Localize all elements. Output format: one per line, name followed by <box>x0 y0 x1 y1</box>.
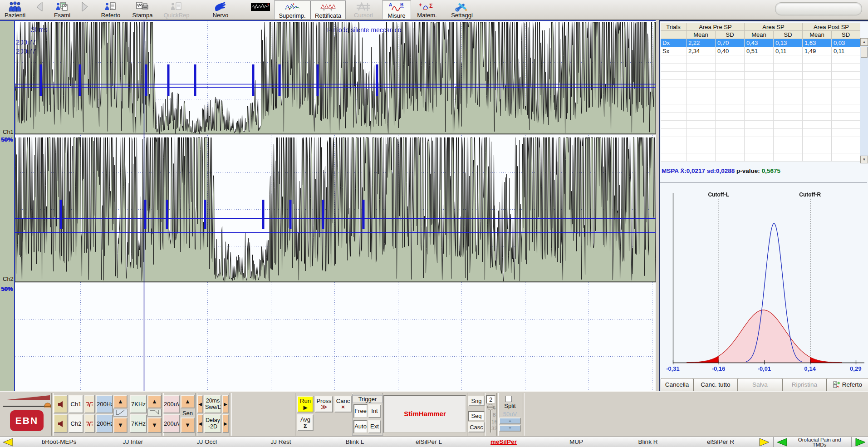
scroll-up-button[interactable]: ▲ <box>860 38 868 46</box>
count-option-8[interactable]: 8 <box>493 412 495 418</box>
toolbar-button-nervo[interactable]: Nervo <box>204 0 237 19</box>
toolbar-button-settaggi[interactable]: Settaggi <box>445 0 479 19</box>
table-cell <box>661 104 687 113</box>
table-cell: SD <box>832 31 860 39</box>
table-row-empty <box>661 88 860 96</box>
tab-mesilper[interactable]: meSilPer <box>490 438 517 445</box>
protocol-next-icon[interactable] <box>855 438 867 447</box>
run-button[interactable]: Run ▶ <box>297 396 314 413</box>
mode-sng-button[interactable]: Sng <box>468 396 485 406</box>
delay-left-button[interactable]: ◀ <box>197 414 203 433</box>
toolbar-button-superimp[interactable]: Superimp. <box>274 0 310 19</box>
lowcut-down-button[interactable]: ▼ <box>113 418 128 433</box>
toolbar-button-next[interactable] <box>76 0 93 19</box>
protocol-prev-icon[interactable] <box>776 438 788 447</box>
table-cell <box>716 88 745 96</box>
table-cell <box>745 137 774 145</box>
audio-ch2-button[interactable] <box>54 414 68 433</box>
table-cell <box>745 96 774 104</box>
trigger-free-button[interactable]: Free <box>353 404 368 418</box>
trigger-ext-button[interactable]: Ext <box>368 420 381 433</box>
volume-indicator[interactable] <box>3 394 54 408</box>
scroll-thumb[interactable] <box>861 47 868 58</box>
table-cell <box>745 64 774 72</box>
scroll-down-button[interactable]: ▼ <box>860 156 868 163</box>
toolbar-patient-field[interactable] <box>775 2 862 15</box>
tab-jj-inter[interactable]: JJ Inter <box>123 438 143 445</box>
sensitivity-ch1-value[interactable]: 200uV <box>163 395 180 413</box>
tab-broot-meps[interactable]: bRoot-MEPs <box>42 438 77 445</box>
notch-filter-ch2-button[interactable] <box>84 414 95 433</box>
toolbar-button-esami[interactable]: Esami <box>49 0 75 19</box>
highcut-down-button[interactable]: ▼ <box>147 418 162 433</box>
toolbar-button-pazienti[interactable]: Pazienti <box>2 0 28 19</box>
canc-tutto-button[interactable]: Canc. tutto <box>693 378 738 393</box>
cancel-sweep-button[interactable]: Canc × <box>334 396 352 413</box>
trigger-int-button[interactable]: Int <box>368 404 381 418</box>
table-cell <box>716 72 745 80</box>
scale-label-ch1: 200uV <box>16 38 35 46</box>
count-option-32[interactable]: 32 <box>491 426 497 431</box>
sensitivity-label: Sen <box>181 410 195 417</box>
average-button[interactable]: Avg Σ <box>297 414 314 431</box>
table-cell: Trials <box>661 23 687 31</box>
split-scale-down-button[interactable]: ▼ <box>499 425 521 432</box>
ch1-select-button[interactable]: Ch1 <box>69 395 83 413</box>
sweep-left-button[interactable]: ◀ <box>197 395 203 413</box>
sweep-right-button[interactable]: ▶ <box>222 395 229 413</box>
trigger-auto-button[interactable]: Auto <box>353 420 368 433</box>
tab-blink-l[interactable]: Blink L <box>346 438 364 445</box>
tab-elsilper-l[interactable]: elSilPer L <box>416 438 442 445</box>
table-scrollbar[interactable]: ▲ ▼ <box>860 38 868 163</box>
delay-box[interactable]: Delay -2D <box>204 414 221 433</box>
tabs-scroll-left-icon[interactable] <box>2 438 14 447</box>
tab-jj-occl[interactable]: JJ Occl <box>197 438 217 445</box>
mode-seq-button[interactable]: Seq <box>468 411 485 421</box>
delay-right-button[interactable]: ▶ <box>222 414 229 433</box>
highcut-up-button[interactable]: ▲ <box>147 395 162 408</box>
settaggi-icon <box>445 1 479 12</box>
lowcut-ch1-value[interactable]: 200Hz <box>96 395 113 413</box>
mode-casc-button[interactable]: Casc <box>468 422 485 432</box>
waveform-plot[interactable]: 20ms 200uV 200uV Periodo silente meccani… <box>14 20 656 391</box>
lowcut-ch2-value[interactable]: 200Hz <box>96 414 113 433</box>
notch-filter-ch1-button[interactable] <box>84 395 95 413</box>
tab-blink-r[interactable]: Blink R <box>638 438 658 445</box>
count-option-16[interactable]: 16 <box>491 419 497 424</box>
table-row[interactable]: Sx2,340,400,510,111,490,11 <box>661 47 860 55</box>
highcut-ch2-value[interactable]: 7KHz <box>130 414 147 433</box>
notch-filter-icon <box>86 420 94 427</box>
sweep-speed-box[interactable]: 20ms Swe/D <box>204 395 221 413</box>
sensitivity-ch2-value[interactable]: 200uV <box>163 414 180 433</box>
toolbar-button-rettificata[interactable]: Rettificata <box>310 0 346 19</box>
cancella-button[interactable]: Cancella <box>661 378 693 393</box>
toolbar-button-emgmini[interactable] <box>249 0 272 19</box>
toolbar-button-referto[interactable]: Referto <box>96 0 125 19</box>
table-cell <box>716 129 745 137</box>
split-scale-up-button[interactable]: ▲ <box>499 418 521 424</box>
toolbar-button-prev[interactable] <box>32 0 48 19</box>
count-option-4[interactable]: 4 <box>493 405 495 411</box>
sensitivity-up-button[interactable]: ▲ <box>181 395 195 408</box>
tab-orofacial[interactable]: Orofacial Pain and TMDs <box>798 437 841 447</box>
toolbar-button-stampa[interactable]: Stampa <box>128 0 157 19</box>
table-row[interactable]: Dx2,220,700,430,131,630,03 <box>661 39 860 47</box>
trigger-title: Trigger <box>353 395 383 403</box>
tab-jj-rest[interactable]: JJ Rest <box>270 438 291 445</box>
process-button[interactable]: Pross ≫ <box>315 396 333 413</box>
split-checkbox[interactable] <box>505 396 512 402</box>
lowcut-up-button[interactable]: ▲ <box>113 395 128 408</box>
table-cell <box>661 80 687 88</box>
table-cell <box>687 145 716 153</box>
tab-elsilper-r[interactable]: elSilPer R <box>707 438 734 445</box>
tabs-scroll-right-icon[interactable] <box>759 438 770 447</box>
referto-button[interactable]: Referto <box>827 378 868 393</box>
sensitivity-down-button[interactable]: ▼ <box>181 418 195 433</box>
ch2-select-button[interactable]: Ch2 <box>69 414 83 433</box>
audio-ch1-button[interactable] <box>54 395 68 413</box>
toolbar-button-misure[interactable]: ABMisure <box>382 0 411 19</box>
table-cell <box>687 72 716 80</box>
highcut-ch1-value[interactable]: 7KHz <box>130 395 147 413</box>
tab-mup[interactable]: MUP <box>569 438 583 445</box>
toolbar-button-matem[interactable]: +ΣMatem. <box>411 0 443 19</box>
